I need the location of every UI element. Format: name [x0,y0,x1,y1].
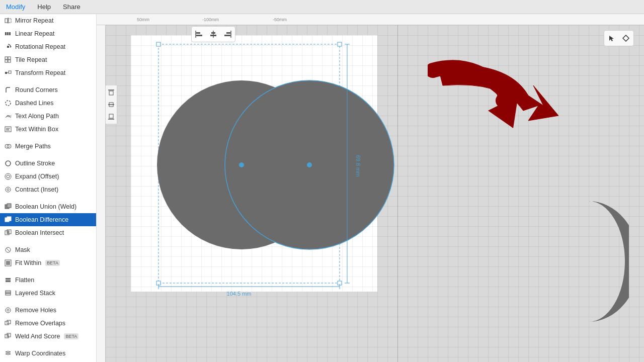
sidebar-item-outline-stroke[interactable]: Outline Stroke [0,157,96,170]
remove-overlaps-label: Remove Overlaps [15,320,65,327]
warp-coordinates-icon [4,349,12,357]
align-top-btn[interactable] [107,87,115,98]
boolean-difference-icon [4,216,12,224]
boolean-union-icon [4,203,12,211]
remove-holes-label: Remove Holes [15,307,56,314]
boolean-intersect-icon [4,229,12,237]
main-layout: Mirror Repeat Linear Repeat Rotational R… [0,14,644,362]
contract-inset-icon [4,186,12,194]
vertical-toolbar [106,85,117,124]
sidebar-item-weld-score[interactable]: Weld And Score BETA [0,330,96,343]
preview-panel [397,25,644,362]
rotational-repeat-icon [4,43,12,51]
sidebar-item-flatten[interactable]: Flatten [0,274,96,287]
align-bottom-btn[interactable] [107,112,115,122]
sidebar-item-remove-overlaps[interactable]: Remove Overlaps [0,317,96,330]
svg-rect-1 [9,19,11,23]
sidebar-item-remove-holes[interactable]: Remove Holes [0,304,96,317]
sidebar-item-mirror-repeat[interactable]: Mirror Repeat [0,14,96,27]
mirror-repeat-label: Mirror Repeat [15,17,53,24]
svg-point-27 [7,189,9,191]
weld-score-beta: BETA [64,333,78,339]
sidebar-item-mask[interactable]: Mask [0,243,96,256]
arrow-svg [428,55,569,156]
text-along-path-icon: ABC [4,112,12,120]
pointer-tool-btn[interactable] [606,32,618,44]
mask-icon [4,246,12,254]
tool-buttons [604,30,634,46]
tile-repeat-label: Tile Repeat [15,56,47,63]
svg-rect-31 [7,217,11,221]
mirror-repeat-icon [4,17,12,25]
sidebar-item-transform-repeat[interactable]: Transform Repeat [0,66,96,79]
sidebar-item-text-within-box[interactable]: Text Within Box [0,123,96,136]
svg-text:ABC: ABC [7,115,12,118]
sidebar-item-dashed-lines[interactable]: Dashed Lines [0,97,96,110]
align-middle-btn[interactable] [107,100,115,110]
linear-repeat-icon [4,30,12,38]
sidebar-item-merge-paths[interactable]: Merge Paths [0,140,96,153]
ruler-mark-n100: -100mm [202,17,219,22]
sidebar-item-linear-repeat[interactable]: Linear Repeat [0,27,96,40]
remove-overlaps-icon [4,319,12,327]
fit-within-label: Fit Within [15,259,41,266]
ruler-top: 50mm -100mm -50mm [97,14,644,25]
svg-rect-40 [6,280,11,281]
outline-stroke-label: Outline Stroke [15,160,55,167]
svg-rect-4 [7,32,9,35]
node-tool-btn[interactable] [620,32,632,44]
svg-rect-3 [5,32,7,35]
sidebar-item-rotational-repeat[interactable]: Rotational Repeat [0,40,96,53]
crescent-svg [528,191,629,332]
canvas-content[interactable]: 104.5 mm 69.8 mm [106,25,644,362]
svg-rect-10 [5,60,8,62]
sidebar-item-fit-within[interactable]: Fit Within BETA [0,256,96,269]
linear-repeat-label: Linear Repeat [15,30,55,37]
svg-rect-66 [226,32,230,34]
svg-rect-44 [6,291,11,292]
svg-rect-54 [109,91,113,95]
svg-rect-5 [9,32,11,35]
sidebar-item-contract-inset[interactable]: Contract (Inset) [0,183,96,196]
sidebar-item-round-corners[interactable]: Round Corners [0,83,96,97]
contract-inset-label: Contract (Inset) [15,186,58,193]
fit-within-beta: BETA [45,260,60,266]
ruler-mark-n50: -50mm [273,17,287,22]
svg-line-36 [7,248,10,251]
svg-rect-9 [8,57,11,59]
svg-rect-8 [5,57,8,59]
dashed-lines-label: Dashed Lines [15,100,53,107]
transform-repeat-label: Transform Repeat [15,69,65,76]
merge-paths-label: Merge Paths [15,143,51,150]
ruler-mark-50: 50mm [137,17,149,22]
canvas-area[interactable]: 50mm -100mm -50mm [97,14,644,362]
svg-rect-11 [8,60,11,62]
design-area[interactable]: 104.5 mm 69.8 mm [131,35,377,292]
svg-rect-29 [7,204,11,208]
svg-point-26 [6,187,11,192]
round-corners-icon [4,86,12,94]
sidebar-item-layered-stack[interactable]: Layered Stack [0,287,96,300]
svg-rect-41 [6,281,11,282]
svg-point-15 [6,101,11,106]
menu-help[interactable]: Help [35,2,53,12]
menu-share[interactable]: Share [61,2,83,12]
sidebar-item-warp-coordinates[interactable]: Warp Coordinates [0,347,96,360]
svg-rect-0 [5,19,8,23]
sidebar-item-expand-offset[interactable]: Expand (Offset) [0,170,96,183]
sidebar-item-boolean-union[interactable]: Boolean Union (Weld) [0,200,96,213]
sidebar-item-text-along-path[interactable]: ABC Text Along Path [0,110,96,123]
dashed-lines-icon [4,99,12,107]
menu-modify[interactable]: Modify [4,2,27,12]
sidebar-item-boolean-intersect[interactable]: Boolean Intersect [0,226,96,239]
boolean-intersect-label: Boolean Intersect [15,229,64,236]
ruler-left [97,25,106,362]
tile-repeat-icon [4,56,12,64]
svg-point-77 [307,162,312,167]
merge-paths-icon [4,142,12,150]
sidebar-item-boolean-difference[interactable]: Boolean Difference [0,213,96,226]
svg-rect-13 [9,71,11,73]
sidebar-item-tile-repeat[interactable]: Tile Repeat [0,53,96,66]
svg-point-23 [6,161,11,166]
svg-rect-34 [7,231,9,234]
